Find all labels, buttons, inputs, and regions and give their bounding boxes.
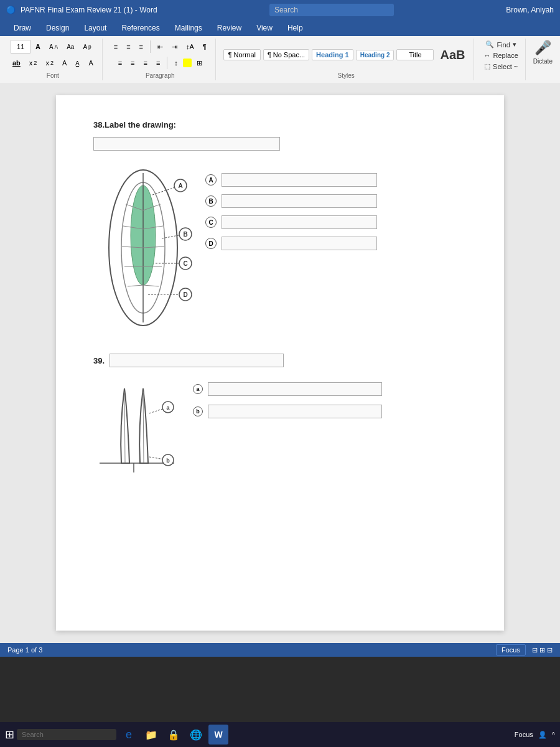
q38-label-row-B: B — [205, 194, 377, 208]
style-title-label: Title — [409, 51, 421, 59]
taskbar-word-icon[interactable]: W — [208, 725, 228, 745]
title-bar: 🔵 PAFNR Final Exam Review 21 (1) - Word … — [0, 0, 560, 20]
q39-top-row: 39. — [93, 354, 467, 367]
align-left-btn[interactable]: ≡ — [114, 56, 126, 70]
style-title-btn[interactable]: Title — [396, 49, 434, 60]
align-right-btn[interactable]: ≡ — [139, 56, 151, 70]
find-btn[interactable]: 🔍 Find ▾ — [483, 40, 518, 49]
title-bar-center[interactable] — [269, 4, 394, 16]
q39-input-a[interactable] — [208, 382, 382, 396]
dictate-icon[interactable]: 🎤 — [534, 40, 551, 56]
svg-line-26 — [124, 392, 125, 463]
font-aa2-btn[interactable]: Aa — [63, 40, 78, 54]
font-size-input[interactable] — [11, 40, 30, 54]
replace-btn[interactable]: ↔ Replace — [482, 51, 520, 60]
q39-label-row-b: b — [193, 405, 382, 418]
decrease-indent-btn[interactable]: ⇤ — [154, 40, 167, 54]
bold-btn[interactable]: A — [32, 40, 44, 54]
multilevel-btn[interactable]: ≡ — [136, 40, 147, 54]
title-bar-left: 🔵 PAFNR Final Exam Review 21 (1) - Word — [6, 6, 157, 14]
question-38: 38.Label the drawing: — [93, 120, 467, 335]
tab-design[interactable]: Design — [39, 20, 77, 36]
q38-circle-B: B — [205, 195, 217, 207]
paragraph-group: ≡ ≡ ≡ ⇤ ⇥ ↕A ¶ ≡ ≡ ≡ ≡ ↕ ⊞ Paragraph — [105, 39, 216, 80]
tab-view[interactable]: View — [249, 20, 280, 36]
borders-btn[interactable]: ⊞ — [193, 56, 206, 70]
q38-leaf-svg: A B C D — [93, 161, 193, 335]
superscript-btn[interactable]: x2 — [42, 56, 57, 70]
ribbon-tabs: Draw Design Layout References Mailings R… — [0, 20, 560, 36]
status-bar: Page 1 of 3 Focus ⊟ ⊞ ⊟ — [0, 643, 560, 657]
taskbar-chrome-icon[interactable]: 🌐 — [186, 725, 206, 745]
justify-btn[interactable]: ≡ — [152, 56, 164, 70]
para-row-1: ≡ ≡ ≡ ⇤ ⇥ ↕A ¶ — [110, 40, 210, 54]
q38-input-D[interactable] — [222, 237, 377, 250]
bullets-btn[interactable]: ≡ — [110, 40, 121, 54]
q39-label-inputs: a b — [193, 382, 382, 418]
styles-group-label: Styles — [223, 70, 469, 79]
tab-help[interactable]: Help — [280, 20, 310, 36]
dictate-label: Dictate — [533, 58, 553, 65]
font-ap-btn[interactable]: Ap — [79, 40, 95, 54]
q39-input-b[interactable] — [208, 405, 382, 418]
taskbar: ⊞ e 📁 🔒 🌐 W Focus 👤 ^ — [0, 722, 560, 747]
svg-line-13 — [143, 285, 159, 286]
taskbar-right: Focus 👤 ^ — [515, 731, 555, 739]
svg-text:b: b — [166, 458, 170, 464]
doc-page: 38.Label the drawing: — [56, 95, 504, 631]
title-search-input[interactable] — [269, 4, 394, 16]
q38-label: 38.Label the drawing: — [93, 120, 467, 129]
dictate-group: 🎤 Dictate — [528, 39, 558, 80]
word-icon: 🔵 — [6, 6, 16, 14]
q38-input-C[interactable] — [222, 215, 377, 229]
font-highlight-btn[interactable]: A̲ — [72, 56, 83, 70]
status-icons: ⊟ ⊞ ⊟ — [532, 646, 553, 654]
align-center-btn[interactable]: ≡ — [127, 56, 138, 70]
style-heading2-label: Heading 2 — [360, 52, 390, 59]
svg-line-27 — [143, 392, 144, 463]
q38-top-input[interactable] — [93, 137, 280, 151]
style-heading1-btn[interactable]: Heading 1 — [312, 49, 353, 60]
q39-top-input[interactable] — [110, 354, 284, 367]
user-name: Brown, Aniyah — [506, 6, 554, 14]
style-nospac-btn[interactable]: ¶ No Spac... — [263, 49, 309, 60]
numbering-btn[interactable]: ≡ — [123, 40, 134, 54]
style-normal-btn[interactable]: ¶ Normal — [223, 49, 261, 60]
taskbar-lock-icon[interactable]: 🔒 — [164, 725, 184, 745]
tab-mailings[interactable]: Mailings — [167, 20, 210, 36]
find-label: Find — [497, 41, 510, 49]
q38-input-B[interactable] — [222, 194, 377, 208]
subscript-btn[interactable]: x2 — [26, 56, 41, 70]
sort-btn[interactable]: ↕A — [182, 40, 198, 54]
font-row-2: ab x2 x2 A A̲ A — [9, 56, 97, 70]
svg-text:A: A — [178, 182, 182, 189]
show-formatting-btn[interactable]: ¶ — [199, 40, 210, 54]
doc-title: PAFNR Final Exam Review 21 (1) - Word — [21, 6, 157, 14]
tab-draw[interactable]: Draw — [6, 20, 39, 36]
taskbar-search-input[interactable] — [17, 729, 116, 740]
style-heading2-btn[interactable]: Heading 2 — [356, 50, 394, 60]
q38-circle-A: A — [205, 174, 217, 186]
line-spacing-btn[interactable]: ↕ — [170, 56, 182, 70]
q38-label-row-C: C — [205, 215, 377, 229]
font-color-a-btn[interactable]: A — [58, 56, 70, 70]
shading-btn[interactable] — [183, 59, 192, 67]
font-color-btn[interactable]: A — [85, 56, 96, 70]
style-normal-label: ¶ Normal — [228, 51, 256, 59]
tab-review[interactable]: Review — [210, 20, 249, 36]
q38-input-A[interactable] — [222, 173, 377, 187]
font-aa-btn[interactable]: AA — [45, 40, 62, 54]
strikethrough-btn[interactable]: ab — [9, 56, 24, 70]
find-dropdown[interactable]: ▾ — [513, 40, 516, 49]
select-btn[interactable]: ⬚ Select ~ — [482, 62, 520, 71]
start-icon[interactable]: ⊞ — [5, 728, 14, 741]
increase-indent-btn[interactable]: ⇥ — [168, 40, 181, 54]
tab-references[interactable]: References — [114, 20, 167, 36]
tab-layout[interactable]: Layout — [77, 20, 114, 36]
focus-btn[interactable]: Focus — [496, 644, 526, 655]
select-label: Select ~ — [493, 63, 518, 70]
taskbar-folder-icon[interactable]: 📁 — [141, 725, 161, 745]
svg-text:B: B — [183, 231, 187, 238]
taskbar-ie-icon[interactable]: e — [119, 725, 139, 745]
status-right: Focus ⊟ ⊞ ⊟ — [496, 644, 553, 655]
